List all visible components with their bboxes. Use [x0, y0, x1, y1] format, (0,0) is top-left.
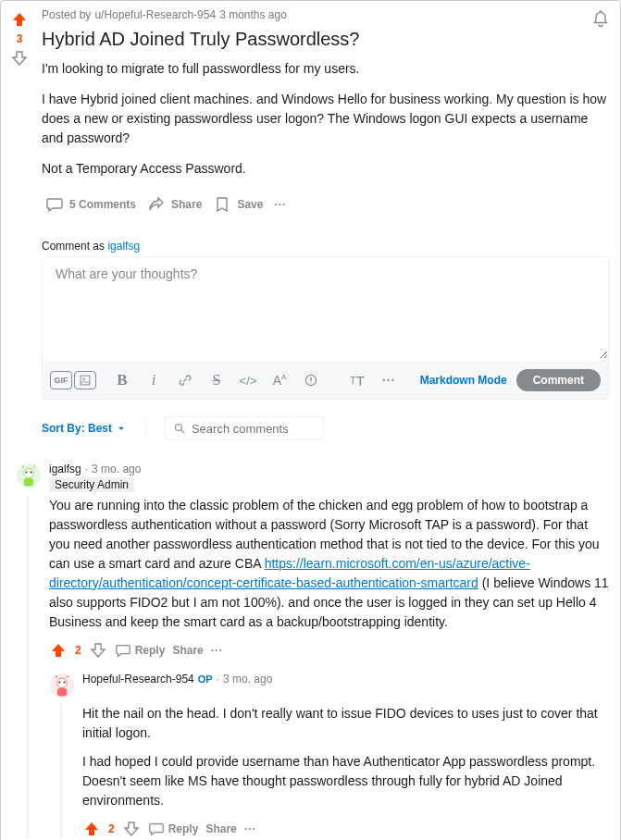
comment-editor: GIF B i S </> AA TT ··· Markdown Mode Co…: [42, 256, 609, 400]
comment-as-user[interactable]: igalfsg: [107, 240, 140, 253]
comment-body: You are running into the classic problem…: [49, 496, 609, 632]
post-meta: Posted by u/Hopeful-Research-954 3 month…: [42, 8, 609, 21]
comment-icon: [148, 821, 165, 837]
post-paragraph: I have Hybrid joined client machines. an…: [42, 90, 609, 148]
comment-score: 2: [108, 822, 115, 835]
search-input[interactable]: [192, 422, 316, 436]
gif-button[interactable]: GIF: [50, 371, 72, 389]
post-content: Posted by u/Hopeful-Research-954 3 month…: [38, 8, 620, 840]
comment-meta: Hopeful-Research-954 OP · 3 mo. ago: [82, 673, 609, 686]
more-tools-button[interactable]: ···: [374, 365, 404, 395]
downvote-icon[interactable]: [89, 641, 107, 660]
more-button[interactable]: ···: [244, 822, 256, 835]
avatar[interactable]: [49, 673, 75, 698]
post-title: Hybrid AD Joined Truly Passwordless?: [42, 29, 609, 50]
comment-as-label: Comment as: [42, 240, 105, 253]
comment-icon: [45, 195, 64, 214]
svg-point-3: [175, 424, 181, 430]
post-author[interactable]: u/Hopeful-Research-954: [94, 8, 216, 21]
reply-button[interactable]: Reply: [148, 821, 199, 837]
comment-age: 3 mo. ago: [223, 673, 272, 686]
dot-sep: ·: [85, 463, 88, 476]
sort-row: Sort By: Best: [42, 416, 609, 440]
post-paragraph: Not a Temporary Access Password.: [42, 159, 609, 179]
comment-score: 2: [75, 644, 81, 657]
upvote-icon[interactable]: [10, 10, 29, 29]
save-label: Save: [237, 198, 263, 211]
user-flair: Security Admin: [49, 477, 134, 492]
avatar[interactable]: [16, 463, 42, 488]
svg-point-11: [58, 681, 60, 683]
editor-toolbar: GIF B i S </> AA TT ··· Markdown Mode Co…: [43, 362, 608, 399]
comment-author[interactable]: Hopeful-Research-954: [82, 673, 194, 686]
svg-point-10: [57, 678, 68, 688]
comment-meta: igalfsg · 3 mo. ago: [49, 463, 609, 476]
bold-button[interactable]: B: [107, 365, 137, 395]
superscript-button[interactable]: AA: [265, 365, 294, 395]
reply-label: Reply: [135, 644, 166, 657]
share-button[interactable]: Share: [172, 644, 203, 657]
upvote-icon[interactable]: [49, 641, 68, 660]
more-button[interactable]: ···: [270, 192, 290, 216]
comment-as: Comment as igalfsg: [42, 240, 609, 253]
dot-sep: ·: [217, 673, 219, 686]
svg-rect-8: [24, 478, 34, 487]
downvote-icon[interactable]: [10, 49, 29, 68]
reply-button[interactable]: Reply: [115, 642, 166, 659]
share-icon: [147, 195, 166, 214]
save-button[interactable]: Save: [209, 190, 267, 219]
posted-by-label: Posted by: [42, 8, 91, 21]
link-button[interactable]: [170, 365, 200, 395]
action-bar: 5 Comments Share Save ···: [42, 190, 609, 219]
comment-text: Hit the nail on the head. I don't really…: [82, 704, 609, 743]
comment-author[interactable]: igalfsg: [49, 463, 81, 476]
comment-text: I had hoped I could provide username tha…: [82, 752, 609, 810]
comments-button[interactable]: 5 Comments: [42, 190, 140, 219]
italic-button[interactable]: i: [139, 365, 168, 395]
image-button[interactable]: [74, 371, 96, 389]
code-button[interactable]: </>: [233, 365, 263, 395]
bell-icon[interactable]: [591, 9, 610, 31]
post-score: 3: [17, 32, 23, 45]
post-paragraph: I'm looking to migrate to full passwordl…: [42, 59, 609, 79]
op-badge: OP: [198, 673, 213, 685]
comment-icon: [115, 642, 131, 659]
post-age: 3 months ago: [219, 8, 287, 21]
post-body: I'm looking to migrate to full passwordl…: [42, 59, 609, 179]
comments-label: 5 Comments: [69, 198, 136, 211]
comment-textarea[interactable]: [43, 257, 608, 359]
comment-actions: 2 Reply Share ···: [82, 820, 609, 838]
more-button[interactable]: ···: [211, 644, 223, 657]
comment: Hopeful-Research-954 OP · 3 mo. ago Hit …: [49, 673, 609, 838]
submit-comment-button[interactable]: Comment: [516, 369, 601, 391]
svg-point-6: [25, 471, 27, 473]
svg-point-12: [64, 681, 66, 683]
bookmark-icon: [213, 195, 231, 214]
chevron-down-icon: [116, 423, 127, 434]
search-comments[interactable]: [165, 416, 324, 440]
svg-rect-13: [57, 688, 68, 697]
reply-label: Reply: [168, 822, 199, 835]
share-button[interactable]: Share: [205, 822, 236, 835]
spoiler-button[interactable]: [296, 365, 326, 395]
sort-dropdown[interactable]: Sort By: Best: [42, 422, 127, 435]
sort-label: Sort By: Best: [42, 422, 112, 435]
comment-age: 3 mo. ago: [92, 463, 141, 476]
downvote-icon[interactable]: [122, 820, 141, 838]
share-label: Share: [171, 198, 202, 211]
comment-body: Hit the nail on the head. I don't really…: [82, 704, 609, 810]
comment-actions: 2 Reply Share ···: [49, 641, 609, 660]
heading-button[interactable]: TT: [342, 365, 372, 395]
upvote-icon[interactable]: [82, 820, 101, 838]
svg-point-5: [24, 468, 34, 478]
divider: [145, 419, 146, 438]
post: 3 Posted by u/Hopeful-Research-954 3 mon…: [0, 0, 621, 840]
svg-point-7: [31, 471, 32, 473]
markdown-mode-button[interactable]: Markdown Mode: [420, 374, 507, 387]
share-button[interactable]: Share: [143, 190, 205, 219]
search-icon: [173, 421, 186, 436]
strike-button[interactable]: S: [202, 365, 231, 395]
svg-rect-0: [81, 376, 90, 385]
comments-list: igalfsg · 3 mo. ago Security Admin You a…: [42, 463, 609, 838]
comment: igalfsg · 3 mo. ago Security Admin You a…: [16, 463, 609, 838]
